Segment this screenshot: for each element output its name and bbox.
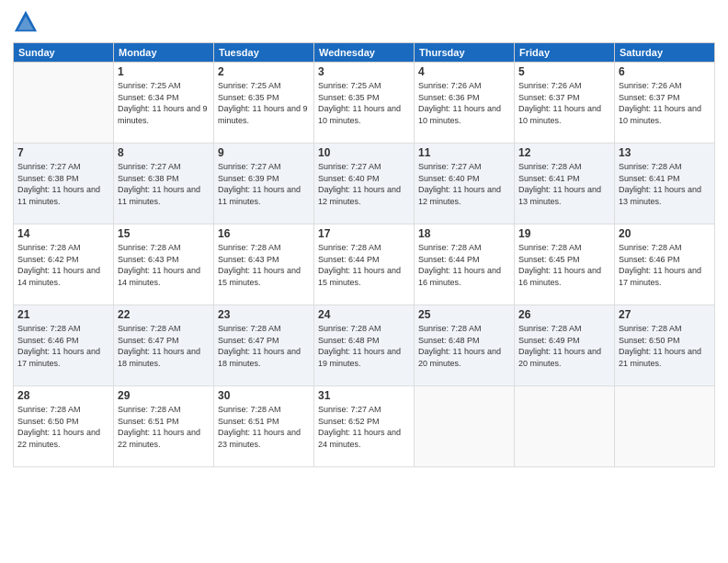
logo (13, 9, 42, 35)
day-info: Sunrise: 7:28 AMSunset: 6:49 PMDaylight:… (518, 323, 610, 369)
calendar-cell: 20Sunrise: 7:28 AMSunset: 6:46 PMDayligh… (615, 224, 715, 305)
day-number: 31 (318, 389, 410, 402)
calendar-header-monday: Monday (114, 43, 214, 63)
day-number: 9 (218, 146, 310, 159)
calendar-cell: 24Sunrise: 7:28 AMSunset: 6:48 PMDayligh… (314, 305, 415, 386)
day-info: Sunrise: 7:28 AMSunset: 6:43 PMDaylight:… (118, 242, 210, 288)
calendar-cell: 2Sunrise: 7:25 AMSunset: 6:35 PMDaylight… (214, 63, 314, 144)
calendar-cell: 12Sunrise: 7:28 AMSunset: 6:41 PMDayligh… (515, 144, 615, 224)
day-number: 19 (518, 227, 610, 240)
calendar-cell: 3Sunrise: 7:25 AMSunset: 6:35 PMDaylight… (314, 63, 415, 144)
day-info: Sunrise: 7:26 AMSunset: 6:37 PMDaylight:… (518, 80, 610, 126)
day-info: Sunrise: 7:27 AMSunset: 6:40 PMDaylight:… (318, 161, 410, 207)
calendar-cell: 21Sunrise: 7:28 AMSunset: 6:46 PMDayligh… (14, 305, 114, 386)
calendar-header-sunday: Sunday (14, 43, 114, 63)
day-number: 20 (619, 227, 711, 240)
calendar-cell: 30Sunrise: 7:28 AMSunset: 6:51 PMDayligh… (214, 386, 314, 467)
calendar-cell: 7Sunrise: 7:27 AMSunset: 6:38 PMDaylight… (14, 144, 114, 224)
day-number: 4 (418, 65, 510, 78)
day-number: 23 (218, 308, 310, 321)
calendar-cell: 19Sunrise: 7:28 AMSunset: 6:45 PMDayligh… (515, 224, 615, 305)
day-number: 12 (518, 146, 610, 159)
day-info: Sunrise: 7:25 AMSunset: 6:35 PMDaylight:… (218, 80, 310, 126)
calendar-cell: 8Sunrise: 7:27 AMSunset: 6:38 PMDaylight… (114, 144, 214, 224)
day-info: Sunrise: 7:28 AMSunset: 6:43 PMDaylight:… (218, 242, 310, 288)
calendar-cell: 14Sunrise: 7:28 AMSunset: 6:42 PMDayligh… (14, 224, 114, 305)
day-info: Sunrise: 7:28 AMSunset: 6:51 PMDaylight:… (118, 404, 210, 450)
calendar-week-row: 21Sunrise: 7:28 AMSunset: 6:46 PMDayligh… (14, 305, 715, 386)
day-info: Sunrise: 7:27 AMSunset: 6:38 PMDaylight:… (17, 161, 109, 207)
day-info: Sunrise: 7:27 AMSunset: 6:52 PMDaylight:… (318, 404, 410, 450)
header (13, 9, 715, 35)
day-info: Sunrise: 7:28 AMSunset: 6:42 PMDaylight:… (17, 242, 109, 288)
day-number: 5 (518, 65, 610, 78)
calendar-cell: 13Sunrise: 7:28 AMSunset: 6:41 PMDayligh… (615, 144, 715, 224)
calendar-table: SundayMondayTuesdayWednesdayThursdayFrid… (13, 42, 715, 467)
day-number: 25 (418, 308, 510, 321)
day-number: 17 (318, 227, 410, 240)
day-info: Sunrise: 7:27 AMSunset: 6:39 PMDaylight:… (218, 161, 310, 207)
calendar-cell: 29Sunrise: 7:28 AMSunset: 6:51 PMDayligh… (114, 386, 214, 467)
calendar-cell (515, 386, 615, 467)
day-info: Sunrise: 7:28 AMSunset: 6:51 PMDaylight:… (218, 404, 310, 450)
calendar-week-row: 28Sunrise: 7:28 AMSunset: 6:50 PMDayligh… (14, 386, 715, 467)
day-number: 7 (17, 146, 109, 159)
day-info: Sunrise: 7:28 AMSunset: 6:44 PMDaylight:… (318, 242, 410, 288)
day-info: Sunrise: 7:27 AMSunset: 6:40 PMDaylight:… (418, 161, 510, 207)
calendar-cell: 23Sunrise: 7:28 AMSunset: 6:47 PMDayligh… (214, 305, 314, 386)
day-info: Sunrise: 7:28 AMSunset: 6:47 PMDaylight:… (118, 323, 210, 369)
day-number: 2 (218, 65, 310, 78)
day-info: Sunrise: 7:26 AMSunset: 6:37 PMDaylight:… (619, 80, 711, 126)
day-info: Sunrise: 7:28 AMSunset: 6:45 PMDaylight:… (518, 242, 610, 288)
day-info: Sunrise: 7:28 AMSunset: 6:44 PMDaylight:… (418, 242, 510, 288)
day-info: Sunrise: 7:25 AMSunset: 6:35 PMDaylight:… (318, 80, 410, 126)
day-number: 14 (17, 227, 109, 240)
day-number: 30 (218, 389, 310, 402)
calendar-cell: 1Sunrise: 7:25 AMSunset: 6:34 PMDaylight… (114, 63, 214, 144)
day-number: 16 (218, 227, 310, 240)
day-info: Sunrise: 7:28 AMSunset: 6:41 PMDaylight:… (518, 161, 610, 207)
day-number: 24 (318, 308, 410, 321)
day-info: Sunrise: 7:28 AMSunset: 6:50 PMDaylight:… (17, 404, 109, 450)
day-number: 28 (17, 389, 109, 402)
day-number: 3 (318, 65, 410, 78)
calendar-header-wednesday: Wednesday (314, 43, 415, 63)
calendar-cell: 6Sunrise: 7:26 AMSunset: 6:37 PMDaylight… (615, 63, 715, 144)
calendar-cell (615, 386, 715, 467)
calendar-cell: 11Sunrise: 7:27 AMSunset: 6:40 PMDayligh… (415, 144, 515, 224)
calendar-header-friday: Friday (515, 43, 615, 63)
day-info: Sunrise: 7:28 AMSunset: 6:46 PMDaylight:… (17, 323, 109, 369)
calendar-cell: 5Sunrise: 7:26 AMSunset: 6:37 PMDaylight… (515, 63, 615, 144)
calendar-cell: 25Sunrise: 7:28 AMSunset: 6:48 PMDayligh… (415, 305, 515, 386)
calendar-cell: 15Sunrise: 7:28 AMSunset: 6:43 PMDayligh… (114, 224, 214, 305)
calendar-week-row: 1Sunrise: 7:25 AMSunset: 6:34 PMDaylight… (14, 63, 715, 144)
day-number: 8 (118, 146, 210, 159)
calendar-cell: 31Sunrise: 7:27 AMSunset: 6:52 PMDayligh… (314, 386, 415, 467)
day-number: 29 (118, 389, 210, 402)
day-number: 22 (118, 308, 210, 321)
day-info: Sunrise: 7:28 AMSunset: 6:48 PMDaylight:… (318, 323, 410, 369)
day-info: Sunrise: 7:27 AMSunset: 6:38 PMDaylight:… (118, 161, 210, 207)
day-number: 10 (318, 146, 410, 159)
day-info: Sunrise: 7:28 AMSunset: 6:50 PMDaylight:… (619, 323, 711, 369)
logo-icon (13, 9, 39, 35)
calendar-cell: 9Sunrise: 7:27 AMSunset: 6:39 PMDaylight… (214, 144, 314, 224)
calendar-header-thursday: Thursday (415, 43, 515, 63)
day-number: 15 (118, 227, 210, 240)
day-number: 13 (619, 146, 711, 159)
day-number: 1 (118, 65, 210, 78)
day-number: 18 (418, 227, 510, 240)
page: SundayMondayTuesdayWednesdayThursdayFrid… (0, 0, 728, 563)
calendar-cell: 17Sunrise: 7:28 AMSunset: 6:44 PMDayligh… (314, 224, 415, 305)
day-info: Sunrise: 7:25 AMSunset: 6:34 PMDaylight:… (118, 80, 210, 126)
calendar-header-tuesday: Tuesday (214, 43, 314, 63)
calendar-cell: 22Sunrise: 7:28 AMSunset: 6:47 PMDayligh… (114, 305, 214, 386)
calendar-cell: 27Sunrise: 7:28 AMSunset: 6:50 PMDayligh… (615, 305, 715, 386)
calendar-cell: 10Sunrise: 7:27 AMSunset: 6:40 PMDayligh… (314, 144, 415, 224)
day-number: 11 (418, 146, 510, 159)
calendar-week-row: 7Sunrise: 7:27 AMSunset: 6:38 PMDaylight… (14, 144, 715, 224)
day-number: 6 (619, 65, 711, 78)
calendar-cell: 4Sunrise: 7:26 AMSunset: 6:36 PMDaylight… (415, 63, 515, 144)
day-info: Sunrise: 7:28 AMSunset: 6:47 PMDaylight:… (218, 323, 310, 369)
calendar-week-row: 14Sunrise: 7:28 AMSunset: 6:42 PMDayligh… (14, 224, 715, 305)
